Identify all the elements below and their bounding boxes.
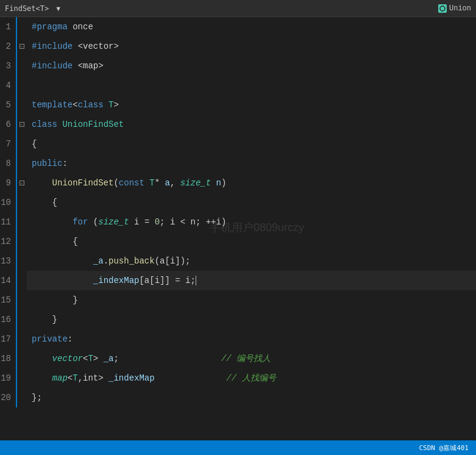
code-lines-container: 1#pragma once2−#include <vector>3#includ… [0,17,476,407]
collapse-icon[interactable]: − [20,44,24,49]
line-number: 14 [0,271,17,290]
table-row: 9− UnionFindSet(const T* a, size_t n) [0,173,476,193]
line-gutter [17,290,27,310]
table-row: 7{ [0,134,476,154]
line-number: 4 [0,76,17,95]
table-row: 6−class UnionFindSet [0,115,476,134]
line-number: 7 [0,134,17,154]
code-content: }; [27,388,476,407]
table-row: 10 { [0,193,476,212]
line-gutter: − [17,115,27,134]
code-content: UnionFindSet(const T* a, size_t n) [27,173,476,193]
line-gutter [17,232,27,251]
code-content: public: [27,154,476,173]
line-number: 6 [0,115,17,134]
code-content: _indexMap[a[i]] = i; [27,271,476,290]
line-number: 9 [0,173,17,193]
table-row: 16 } [0,310,476,329]
table-row: 12 { [0,232,476,251]
code-content: } [27,310,476,329]
line-gutter [17,212,27,232]
title-bar: FindSet<T> ▼ Union [0,0,476,17]
line-number: 10 [0,193,17,212]
status-text: CSDN @嘉城401 [419,443,469,453]
code-content: } [27,290,476,310]
collapse-icon[interactable]: − [20,122,24,127]
line-gutter [17,56,27,76]
code-content: { [27,232,476,251]
line-number: 18 [0,349,17,368]
line-number: 15 [0,290,17,310]
table-row: 4 [0,76,476,95]
title-bar-right: Union [438,4,471,13]
code-content: private: [27,329,476,349]
table-row: 11 for (size_t i = 0; i < n; ++i) [0,212,476,232]
line-number: 11 [0,212,17,232]
table-row: 15 } [0,290,476,310]
line-gutter [17,251,27,271]
line-gutter [17,76,27,95]
line-gutter: − [17,37,27,56]
table-row: 1#pragma once [0,17,476,37]
code-content: template<class T> [27,95,476,115]
editor-window: FindSet<T> ▼ Union 手机用户0809urczy 1#pragm… [0,0,476,455]
line-gutter [17,17,27,37]
line-number: 20 [0,388,17,407]
code-content: class UnionFindSet [27,115,476,134]
table-row: 3#include <map> [0,56,476,76]
table-row: 13 _a.push_back(a[i]); [0,251,476,271]
svg-point-0 [440,6,445,11]
line-number: 17 [0,329,17,349]
table-row: 8public: [0,154,476,173]
table-row: 17private: [0,329,476,349]
line-gutter [17,349,27,368]
code-content: { [27,134,476,154]
text-cursor [196,276,196,285]
table-row: 5template<class T> [0,95,476,115]
line-gutter [17,329,27,349]
table-row: 20}; [0,388,476,407]
table-row: 14 _indexMap[a[i]] = i; [0,271,476,290]
line-gutter [17,388,27,407]
line-number: 5 [0,95,17,115]
code-content: _a.push_back(a[i]); [27,251,476,271]
line-number: 2 [0,37,17,56]
line-number: 8 [0,154,17,173]
line-number: 16 [0,310,17,329]
title-bar-left: FindSet<T> ▼ [5,4,64,13]
code-content: #include <map> [27,56,476,76]
code-content [27,76,476,95]
union-icon [438,4,447,13]
code-content: #include <vector> [27,37,476,56]
line-gutter [17,95,27,115]
line-gutter: − [17,173,27,193]
line-gutter [17,271,27,290]
line-number: 19 [0,368,17,388]
union-label: Union [449,4,471,13]
line-gutter [17,134,27,154]
line-number: 13 [0,251,17,271]
filename-label: FindSet<T> [5,4,49,13]
line-number: 12 [0,232,17,251]
dropdown-button[interactable]: ▼ [52,4,64,13]
line-number: 1 [0,17,17,37]
status-bar: CSDN @嘉城401 [0,440,476,455]
collapse-icon[interactable]: − [20,181,24,185]
table-row: 2−#include <vector> [0,37,476,56]
line-gutter [17,154,27,173]
code-content: #pragma once [27,17,476,37]
code-content: for (size_t i = 0; i < n; ++i) [27,212,476,232]
line-number: 3 [0,56,17,76]
line-gutter [17,193,27,212]
table-row: 18 vector<T> _a; // 编号找人 [0,349,476,368]
code-content: { [27,193,476,212]
union-button[interactable]: Union [438,4,471,13]
table-row: 19 map<T,int> _indexMap // 人找编号 [0,368,476,388]
code-content: map<T,int> _indexMap // 人找编号 [27,368,476,388]
code-editor: 手机用户0809urczy 1#pragma once2−#include <v… [0,17,476,440]
line-gutter [17,310,27,329]
code-content: vector<T> _a; // 编号找人 [27,349,476,368]
line-gutter [17,368,27,388]
